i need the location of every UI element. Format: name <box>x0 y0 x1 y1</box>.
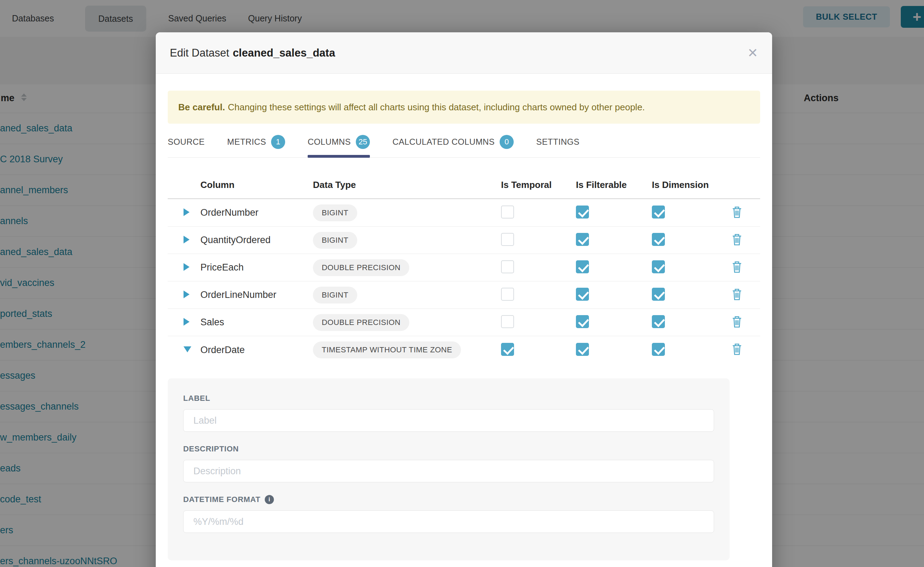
column-row: OrderDateTIMESTAMP WITHOUT TIME ZONE <box>168 336 760 364</box>
column-name: OrderNumber <box>200 207 313 218</box>
delete-column-icon[interactable] <box>731 261 743 273</box>
tab-label: CALCULATED COLUMNS <box>393 137 495 147</box>
columns-table-header: ColumnData TypeIs TemporalIs FilterableI… <box>168 172 760 199</box>
data-type-badge: BIGINT <box>313 204 357 221</box>
tab-settings[interactable]: SETTINGS <box>536 133 579 158</box>
is-temporal-checkbox[interactable] <box>501 288 514 301</box>
warning-bold-text: Be careful. <box>178 102 225 113</box>
is-filterable-checkbox[interactable] <box>576 343 589 356</box>
is-temporal-checkbox[interactable] <box>501 315 514 328</box>
is-dimension-checkbox[interactable] <box>652 206 665 219</box>
description-input[interactable] <box>183 460 714 482</box>
delete-column-icon[interactable] <box>731 206 743 219</box>
delete-column-icon[interactable] <box>731 343 743 356</box>
is-dimension-checkbox[interactable] <box>652 288 665 301</box>
tab-label: SOURCE <box>168 137 205 147</box>
modal-tab-bar: SOURCEMETRICS1COLUMNS25CALCULATED COLUMN… <box>168 133 760 158</box>
data-type-badge: BIGINT <box>313 286 357 303</box>
column-name: PriceEach <box>200 262 313 273</box>
warning-banner: Be careful. Changing these settings will… <box>168 91 760 124</box>
is-temporal-checkbox[interactable] <box>501 343 514 356</box>
description-field-label: DESCRIPTION <box>183 444 714 453</box>
column-detail-panel: LABEL DESCRIPTION DATETIME FORMAT i <box>168 378 730 560</box>
columns-table: ColumnData TypeIs TemporalIs FilterableI… <box>168 172 760 364</box>
expand-caret-icon[interactable] <box>184 263 190 271</box>
close-icon[interactable]: ✕ <box>748 47 758 59</box>
modal-title-dataset-name: cleaned_sales_data <box>233 47 335 59</box>
data-type-badge: TIMESTAMP WITHOUT TIME ZONE <box>313 342 461 358</box>
column-name: OrderDate <box>200 345 313 356</box>
modal-header: Edit Datasetcleaned_sales_data ✕ <box>156 32 772 74</box>
tab-badge: 25 <box>356 135 370 149</box>
tab-label: SETTINGS <box>536 137 579 147</box>
app-root: DatabasesDatasetsSaved QueriesQuery Hist… <box>0 0 924 567</box>
column-header: Column <box>200 180 313 190</box>
expand-caret-icon[interactable] <box>184 236 190 243</box>
column-header: Is Temporal <box>501 180 576 190</box>
column-name: QuantityOrdered <box>200 235 313 246</box>
tab-columns[interactable]: COLUMNS25 <box>308 133 370 158</box>
tab-badge: 1 <box>271 135 285 149</box>
data-type-badge: BIGINT <box>313 232 357 249</box>
label-input[interactable] <box>183 409 714 432</box>
column-row: PriceEachDOUBLE PRECISION <box>168 254 760 281</box>
column-row: OrderLineNumberBIGINT <box>168 281 760 309</box>
delete-column-icon[interactable] <box>731 233 743 246</box>
column-row: SalesDOUBLE PRECISION <box>168 309 760 336</box>
label-field-label: LABEL <box>183 394 714 403</box>
datetime-format-input[interactable] <box>183 510 714 533</box>
is-filterable-checkbox[interactable] <box>576 260 589 273</box>
data-type-badge: DOUBLE PRECISION <box>313 259 409 276</box>
expand-caret-icon[interactable] <box>184 291 190 298</box>
datetime-format-field-group: DATETIME FORMAT i <box>183 495 714 533</box>
is-dimension-checkbox[interactable] <box>652 315 665 328</box>
is-dimension-checkbox[interactable] <box>652 233 665 246</box>
data-type-badge: DOUBLE PRECISION <box>313 314 409 331</box>
modal-body: Be careful. Changing these settings will… <box>156 91 772 560</box>
is-filterable-checkbox[interactable] <box>576 233 589 246</box>
columns-table-body: OrderNumberBIGINTQuantityOrderedBIGINTPr… <box>168 199 760 364</box>
modal-title: Edit Datasetcleaned_sales_data <box>170 47 335 59</box>
is-temporal-checkbox[interactable] <box>501 233 514 246</box>
warning-text: Changing these settings will affect all … <box>228 102 645 113</box>
column-row: OrderNumberBIGINT <box>168 199 760 226</box>
expand-caret-icon[interactable] <box>184 318 190 326</box>
modal-title-prefix: Edit Dataset <box>170 47 229 59</box>
info-icon[interactable]: i <box>265 495 274 504</box>
is-temporal-checkbox[interactable] <box>501 260 514 273</box>
is-filterable-checkbox[interactable] <box>576 315 589 328</box>
description-field-group: DESCRIPTION <box>183 444 714 482</box>
tab-label: COLUMNS <box>308 137 351 147</box>
tab-label: METRICS <box>227 137 266 147</box>
tab-metrics[interactable]: METRICS1 <box>227 133 285 158</box>
column-header: Is Filterable <box>576 180 652 190</box>
label-field-group: LABEL <box>183 394 714 432</box>
tab-source[interactable]: SOURCE <box>168 133 205 158</box>
is-dimension-checkbox[interactable] <box>652 343 665 356</box>
is-filterable-checkbox[interactable] <box>576 206 589 219</box>
collapse-caret-icon[interactable] <box>184 346 191 352</box>
expand-caret-icon[interactable] <box>184 208 190 216</box>
column-header: Data Type <box>313 180 501 190</box>
is-dimension-checkbox[interactable] <box>652 260 665 273</box>
is-filterable-checkbox[interactable] <box>576 288 589 301</box>
delete-column-icon[interactable] <box>731 315 743 328</box>
column-row: QuantityOrderedBIGINT <box>168 226 760 254</box>
column-header: Is Dimension <box>652 180 728 190</box>
is-temporal-checkbox[interactable] <box>501 206 514 219</box>
tab-calculated-columns[interactable]: CALCULATED COLUMNS0 <box>393 133 514 158</box>
datetime-format-field-label: DATETIME FORMAT <box>183 495 260 504</box>
delete-column-icon[interactable] <box>731 288 743 301</box>
column-name: OrderLineNumber <box>200 290 313 300</box>
column-name: Sales <box>200 317 313 328</box>
edit-dataset-modal: Edit Datasetcleaned_sales_data ✕ Be care… <box>156 32 772 567</box>
tab-badge: 0 <box>500 135 514 149</box>
